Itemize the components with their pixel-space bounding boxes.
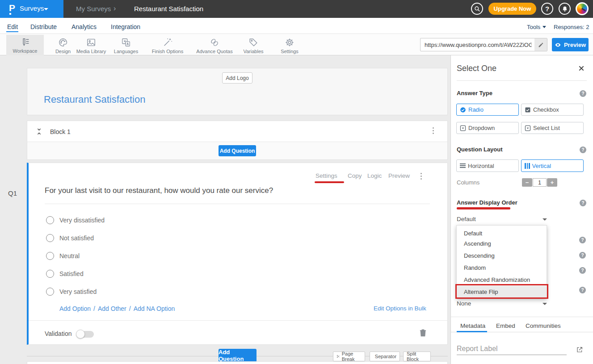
surveys-menu-label[interactable]: Surveys xyxy=(20,4,44,12)
tab-edit-underline xyxy=(6,31,18,32)
add-question-button-bottom[interactable]: Add Question xyxy=(219,349,257,362)
split-block-button[interactable]: Split Block xyxy=(403,351,431,361)
answer-type-dropdown[interactable]: Dropdown xyxy=(456,122,519,134)
notifications-button[interactable] xyxy=(559,3,571,15)
toolbar-item-settings[interactable]: Settings xyxy=(276,38,303,54)
add-option-link[interactable]: Add Option xyxy=(59,305,91,312)
preview-button[interactable]: Preview xyxy=(552,38,589,51)
question-text[interactable]: For your last visit to our restaurant, h… xyxy=(45,186,273,195)
toolbar-item-languages[interactable]: Languages xyxy=(110,38,142,54)
question-tab-logic[interactable]: Logic xyxy=(367,172,382,179)
answer-type-label: Answer Type xyxy=(457,90,492,96)
edit-options-in-bulk-link[interactable]: Edit Options in Bulk xyxy=(374,305,426,312)
separator-button[interactable]: Separator xyxy=(370,351,400,361)
upgrade-now-button[interactable]: Upgrade Now xyxy=(488,3,536,15)
option-label[interactable]: Not satisfied xyxy=(59,234,94,242)
menu-item-descending[interactable]: Descending xyxy=(457,250,547,262)
block-label[interactable]: Block 1 xyxy=(50,128,71,135)
radio-option[interactable] xyxy=(46,252,54,260)
columns-minus-button[interactable]: − xyxy=(522,178,532,187)
delete-question-button[interactable] xyxy=(419,328,427,339)
tab-analytics[interactable]: Analytics xyxy=(71,23,97,30)
tab-distribute[interactable]: Distribute xyxy=(30,23,57,30)
toolbar-item-design[interactable]: Design xyxy=(50,38,76,54)
columns-value[interactable]: 1 xyxy=(533,178,547,187)
columns-plus-button[interactable]: + xyxy=(547,178,557,187)
report-label-input[interactable] xyxy=(457,345,567,355)
answer-display-order-select[interactable]: Default xyxy=(457,216,476,222)
radio-option[interactable] xyxy=(46,234,54,242)
question-layout-help-icon[interactable]: ? xyxy=(580,146,586,153)
survey-title[interactable]: Restaurant Satisfaction xyxy=(44,94,145,105)
hidden-setting-help-icon[interactable]: ? xyxy=(579,237,586,243)
toolbar-item-finish-options[interactable]: Finish Options xyxy=(147,38,188,54)
answer-display-order-help-icon[interactable]: ? xyxy=(580,200,586,206)
toolbar-item-variables[interactable]: Variables xyxy=(240,38,267,54)
add-na-option-link[interactable]: Add NA Option xyxy=(134,305,175,312)
collapse-block-button[interactable] xyxy=(36,128,42,137)
radio-option[interactable] xyxy=(46,270,54,278)
select-list-box-icon xyxy=(525,125,531,131)
radio-option[interactable] xyxy=(46,216,54,224)
panel-tab-metadata[interactable]: Metadata xyxy=(460,322,485,329)
page-break-button[interactable]: Page Break xyxy=(333,351,365,361)
question-tab-settings[interactable]: Settings xyxy=(315,172,337,179)
block-menu-button[interactable] xyxy=(433,127,434,134)
survey-url-input[interactable] xyxy=(420,38,547,51)
radio-option[interactable] xyxy=(46,288,54,296)
avatar[interactable] xyxy=(576,2,589,15)
edit-url-button[interactable] xyxy=(534,38,547,51)
search-button[interactable] xyxy=(471,3,483,15)
option-label[interactable]: Satisfied xyxy=(59,270,84,277)
tab-integration[interactable]: Integration xyxy=(111,23,140,30)
select-caret-icon xyxy=(543,303,547,305)
toolbar-item-advance-quotas[interactable]: Advance Quotas xyxy=(192,38,237,54)
question-code: Q1 xyxy=(8,189,17,197)
menu-item-default[interactable]: Default xyxy=(457,226,547,238)
menu-item-ascending[interactable]: Ascending xyxy=(457,238,547,250)
option-label[interactable]: Very dissatisfied xyxy=(59,217,105,224)
toolbar-item-media-library[interactable]: Media Library xyxy=(73,38,109,54)
menu-item-random[interactable]: Random xyxy=(457,262,547,274)
add-logo-button[interactable]: Add Logo xyxy=(222,72,252,84)
toolbar-label: Media Library xyxy=(76,49,106,54)
eye-icon xyxy=(555,42,561,48)
add-question-button-top[interactable]: Add Question xyxy=(219,145,256,156)
add-other-link[interactable]: Add Other xyxy=(98,305,126,312)
close-panel-button[interactable] xyxy=(578,65,585,73)
option-label[interactable]: Neutral xyxy=(59,252,80,259)
breadcrumb-current: Restaurant Satisfaction xyxy=(134,5,203,13)
layout-horizontal[interactable]: Horizontal xyxy=(456,159,519,172)
validation-toggle-knob[interactable] xyxy=(76,330,85,339)
tab-edit[interactable]: Edit xyxy=(7,23,18,30)
help-button[interactable]: ? xyxy=(541,3,553,15)
answer-type-select-list[interactable]: Select List xyxy=(521,122,584,134)
none-select[interactable]: None xyxy=(457,300,471,307)
question-tab-preview[interactable]: Preview xyxy=(388,172,410,179)
option-label[interactable]: Very satisfied xyxy=(59,288,97,295)
page-break-label: Page Break xyxy=(342,351,362,362)
hidden-setting-help-icon[interactable]: ? xyxy=(579,287,586,293)
toolbar-item-workspace[interactable]: Workspace xyxy=(6,35,44,55)
hidden-setting-help-icon[interactable]: ? xyxy=(579,252,586,259)
expand-report-label-button[interactable] xyxy=(576,346,583,355)
panel-tab-communities[interactable]: Communities xyxy=(526,322,561,329)
question-menu-button[interactable] xyxy=(421,173,422,180)
workspace-icon xyxy=(21,38,30,47)
gauge-avatar-icon xyxy=(577,4,587,14)
responses-count[interactable]: Responses: 2 xyxy=(554,24,589,30)
answer-type-checkbox[interactable]: Checkbox xyxy=(521,104,584,116)
panel-tab-embed[interactable]: Embed xyxy=(496,322,515,329)
toolbar-label: Settings xyxy=(281,49,299,54)
tools-menu[interactable]: Tools xyxy=(527,24,546,30)
hidden-setting-help-icon[interactable]: ? xyxy=(579,267,586,274)
option-links: Add Option / Add Other / Add NA Option xyxy=(59,305,175,312)
layout-vertical[interactable]: Vertical xyxy=(521,159,584,172)
gear-icon xyxy=(285,38,294,47)
answer-type-help-icon[interactable]: ? xyxy=(580,90,586,97)
translate-icon xyxy=(121,38,131,47)
question-tab-copy[interactable]: Copy xyxy=(348,172,362,179)
answer-type-radio[interactable]: Radio xyxy=(456,104,519,116)
breadcrumb-parent[interactable]: My Surveys xyxy=(76,5,111,13)
surveys-menu-caret-icon xyxy=(44,8,48,10)
